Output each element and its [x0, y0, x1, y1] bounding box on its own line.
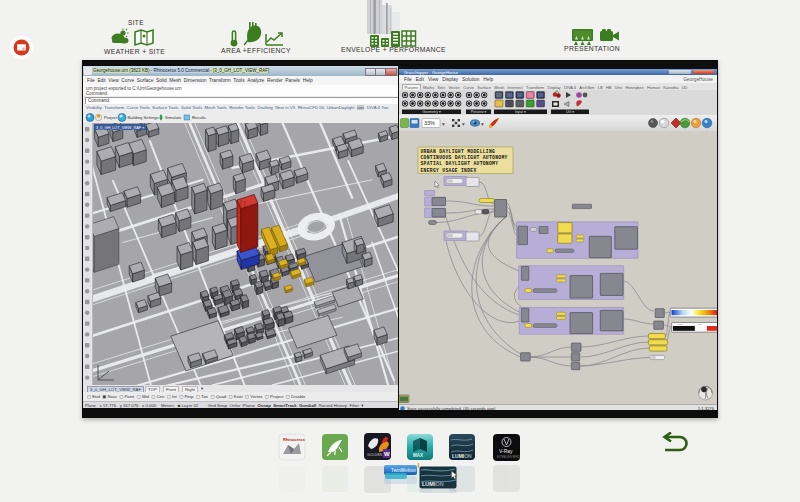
svg-text:Preview ▾: Preview ▾: [471, 110, 487, 114]
svg-text:Input ▾: Input ▾: [515, 110, 526, 114]
svg-text:Util ▾: Util ▾: [566, 110, 574, 114]
svg-text:Simulate: Simulate: [165, 115, 182, 120]
svg-text:▾: ▾: [442, 121, 445, 127]
svg-text:▾: ▾: [481, 121, 484, 127]
svg-text:MAX: MAX: [413, 453, 423, 458]
svg-text:TwinMotion: TwinMotion: [391, 468, 416, 473]
svg-text:LUMION: LUMION: [452, 453, 472, 459]
svg-text:Building Settings: Building Settings: [128, 115, 159, 120]
svg-text:Rhinoceros: Rhinoceros: [283, 437, 306, 442]
svg-text:SPATIAL DAYLIGHT AUTONOMY: SPATIAL DAYLIGHT AUTONOMY: [421, 161, 499, 166]
svg-text:LUMION: LUMION: [422, 481, 444, 487]
svg-text:W: W: [384, 451, 390, 457]
svg-text:Geometry ▾: Geometry ▾: [422, 110, 441, 114]
svg-text:EXTRA DEN REND: EXTRA DEN REND: [497, 455, 520, 459]
svg-text:Results: Results: [192, 115, 206, 120]
svg-text:Project: Project: [104, 115, 118, 120]
svg-text:▾: ▾: [462, 121, 465, 127]
svg-text:GOLDEN: GOLDEN: [367, 453, 383, 457]
svg-text:CONTINUOUS DAYLIGHT AUTONOMY: CONTINUOUS DAYLIGHT AUTONOMY: [421, 155, 508, 160]
svg-text:V-Ray: V-Ray: [499, 448, 513, 454]
svg-text:URBAN DAYLIGHT MODELLING: URBAN DAYLIGHT MODELLING: [421, 149, 496, 154]
svg-text:33%: 33%: [424, 120, 435, 126]
svg-text:0.00 ___________ 100: 0.00 ___________ 100: [677, 323, 702, 326]
svg-text:ENERGY USAGE INDEX: ENERGY USAGE INDEX: [421, 168, 477, 173]
